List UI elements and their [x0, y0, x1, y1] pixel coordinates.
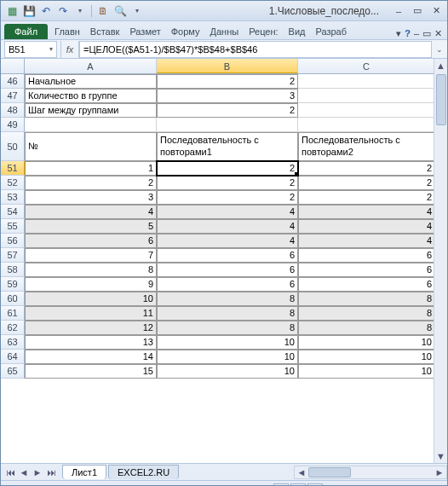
workbook-close-icon[interactable]: ✕	[434, 28, 442, 39]
row-header[interactable]: 61	[1, 306, 25, 321]
cell-a61[interactable]: 11	[25, 306, 157, 321]
ribbon-toggle-icon[interactable]: ▾	[396, 28, 401, 39]
cell-c62[interactable]: 8	[298, 321, 435, 335]
select-all-corner[interactable]	[1, 59, 25, 73]
row-header[interactable]: 52	[1, 176, 25, 190]
cell-b58[interactable]: 6	[157, 263, 298, 277]
cell-a46[interactable]: Начальное	[25, 74, 157, 89]
cell-c51[interactable]: 2	[298, 161, 435, 176]
cell-c63[interactable]: 10	[298, 335, 435, 350]
ribbon-tab-insert[interactable]: Вставк	[85, 24, 125, 39]
minimize-button[interactable]: –	[391, 5, 406, 17]
name-box-dropdown-icon[interactable]: ▾	[49, 45, 53, 53]
cell-a48[interactable]: Шаг между группами	[25, 103, 157, 118]
cell-a58[interactable]: 8	[25, 263, 157, 277]
row-header[interactable]: 57	[1, 248, 25, 263]
cell-b56[interactable]: 4	[157, 234, 298, 248]
sheet-tab-active[interactable]: Лист1	[62, 465, 106, 479]
cell-c48[interactable]	[298, 103, 435, 118]
row-header[interactable]: 46	[1, 74, 25, 89]
cell-c47[interactable]	[298, 89, 435, 103]
cell-b50[interactable]: Последовательность с повторами1	[157, 132, 298, 161]
maximize-button[interactable]: ▭	[410, 5, 425, 17]
cell-c59[interactable]: 6	[298, 277, 435, 292]
column-header-c[interactable]: C	[298, 59, 435, 73]
cell-b65[interactable]: 10	[157, 364, 298, 379]
cell-c49[interactable]	[298, 118, 435, 132]
cell-a53[interactable]: 3	[25, 190, 157, 205]
qat-dropdown-icon[interactable]: ▾	[72, 3, 88, 19]
view-normal-icon[interactable]: ▦	[273, 483, 289, 487]
cell-b53[interactable]: 2	[157, 190, 298, 205]
sheet-tab-other[interactable]: EXCEL2.RU	[108, 465, 179, 479]
row-header[interactable]: 60	[1, 292, 25, 306]
row-header[interactable]: 63	[1, 335, 25, 350]
cell-b59[interactable]: 6	[157, 277, 298, 292]
row-header[interactable]: 49	[1, 118, 25, 132]
sheet-prev-icon[interactable]: ◄	[18, 467, 30, 477]
hscroll-thumb[interactable]	[308, 467, 351, 477]
row-header[interactable]: 65	[1, 364, 25, 379]
cell-c60[interactable]: 8	[298, 292, 435, 306]
row-header[interactable]: 62	[1, 321, 25, 335]
cell-b46[interactable]: 2	[157, 74, 298, 89]
scroll-right-icon[interactable]: ►	[433, 467, 446, 477]
row-header[interactable]: 50	[1, 132, 25, 161]
cell-b52[interactable]: 2	[157, 176, 298, 190]
cell-c50[interactable]: Последовательность с повторами2	[298, 132, 435, 161]
cell-a47[interactable]: Количество в группе	[25, 89, 157, 103]
row-header[interactable]: 51	[1, 161, 25, 176]
cell-a65[interactable]: 15	[25, 364, 157, 379]
cell-b51[interactable]: 2	[157, 161, 298, 176]
name-box[interactable]: B51 ▾	[4, 41, 57, 58]
cell-b60[interactable]: 8	[157, 292, 298, 306]
cell-c61[interactable]: 8	[298, 306, 435, 321]
cell-b55[interactable]: 4	[157, 219, 298, 234]
fx-button[interactable]: fx	[60, 41, 79, 58]
cell-b62[interactable]: 8	[157, 321, 298, 335]
undo-icon[interactable]: ↶	[38, 3, 54, 19]
cell-a55[interactable]: 5	[25, 219, 157, 234]
formula-input[interactable]: =ЦЕЛОЕ(($A51-1)/$B$47)*$B$48+$B$46	[79, 41, 432, 58]
row-header[interactable]: 54	[1, 205, 25, 219]
cell-a54[interactable]: 4	[25, 205, 157, 219]
redo-icon[interactable]: ↷	[55, 3, 71, 19]
ribbon-tab-review[interactable]: Рецен:	[244, 24, 283, 39]
vertical-scrollbar[interactable]: ▲ ▼	[434, 59, 447, 463]
cell-b63[interactable]: 10	[157, 335, 298, 350]
cell-b61[interactable]: 8	[157, 306, 298, 321]
cell-a63[interactable]: 13	[25, 335, 157, 350]
ribbon-tab-layout[interactable]: Размет	[124, 24, 165, 39]
row-header[interactable]: 59	[1, 277, 25, 292]
cell-c46[interactable]	[298, 74, 435, 89]
cell-c58[interactable]: 6	[298, 263, 435, 277]
ribbon-file-tab[interactable]: Файл	[4, 24, 48, 39]
ribbon-tab-data[interactable]: Данны	[205, 24, 244, 39]
cell-b57[interactable]: 6	[157, 248, 298, 263]
cell-a64[interactable]: 14	[25, 350, 157, 364]
workbook-max-icon[interactable]: ▭	[422, 28, 431, 39]
cell-a62[interactable]: 12	[25, 321, 157, 335]
cell-c64[interactable]: 10	[298, 350, 435, 364]
column-header-b[interactable]: B	[157, 59, 298, 73]
vscroll-thumb[interactable]	[436, 74, 446, 125]
ribbon-tab-home[interactable]: Главн	[49, 24, 85, 39]
cell-a59[interactable]: 9	[25, 277, 157, 292]
row-header[interactable]: 47	[1, 89, 25, 103]
scroll-up-icon[interactable]: ▲	[434, 59, 447, 72]
cell-a57[interactable]: 7	[25, 248, 157, 263]
grid-body[interactable]: 46Начальное247Количество в группе348Шаг …	[1, 74, 447, 463]
column-header-a[interactable]: A	[25, 59, 157, 73]
sheet-next-icon[interactable]: ►	[32, 467, 43, 477]
sheet-first-icon[interactable]: ⏮	[4, 467, 16, 477]
row-header[interactable]: 55	[1, 219, 25, 234]
cell-c53[interactable]: 2	[298, 190, 435, 205]
cell-c57[interactable]: 6	[298, 248, 435, 263]
workbook-min-icon[interactable]: –	[414, 28, 419, 39]
cell-b54[interactable]: 4	[157, 205, 298, 219]
cell-b49[interactable]	[157, 118, 298, 132]
close-button[interactable]: ✕	[428, 5, 444, 17]
cell-a49[interactable]	[25, 118, 157, 132]
print-icon[interactable]: 🗎	[95, 3, 111, 19]
horizontal-scrollbar[interactable]: ◄ ►	[294, 466, 447, 479]
